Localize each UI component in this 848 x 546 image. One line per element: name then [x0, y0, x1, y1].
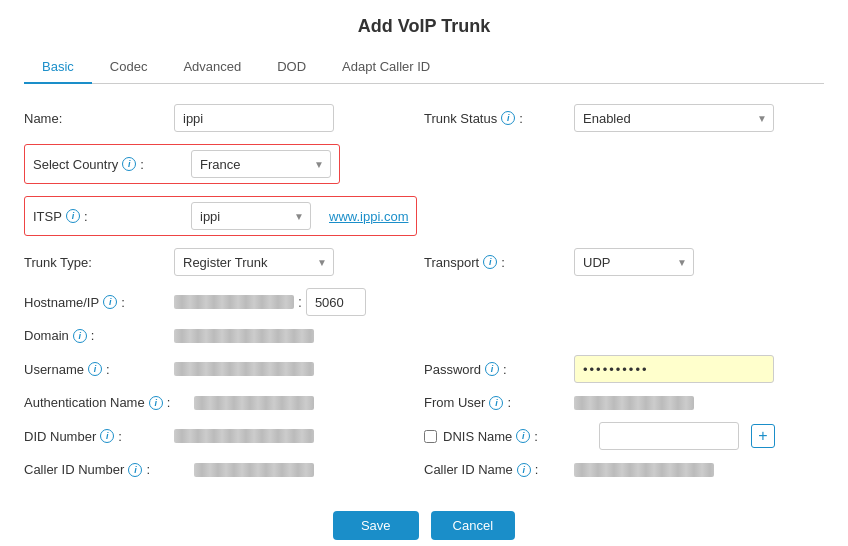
did-number-input-blurred[interactable] [174, 429, 314, 443]
select-country-info-icon: i [122, 157, 136, 171]
form-section: Name: Trunk Status i: Enabled Disabled ▼ [24, 100, 824, 493]
trunk-status-info-icon: i [501, 111, 515, 125]
row-name-trunk-status: Name: Trunk Status i: Enabled Disabled ▼ [24, 104, 824, 132]
port-separator: : [298, 294, 302, 310]
port-input[interactable] [306, 288, 366, 316]
from-user-info-icon: i [489, 396, 503, 410]
cancel-button[interactable]: Cancel [431, 511, 515, 540]
dnis-checkbox-wrap [424, 430, 437, 443]
row-select-country: Select Country i: France United States U… [24, 144, 824, 184]
caller-id-number-label: Caller ID Number i: [24, 462, 194, 477]
caller-id-number-blurred[interactable] [194, 463, 314, 477]
domain-info-icon: i [73, 329, 87, 343]
username-info-icon: i [88, 362, 102, 376]
dnis-checkbox[interactable] [424, 430, 437, 443]
tab-dod[interactable]: DOD [259, 51, 324, 84]
itsp-select-wrapper: ippi ▼ [191, 202, 311, 230]
caller-id-name-blurred[interactable] [574, 463, 714, 477]
itsp-label: ITSP i: [33, 209, 183, 224]
select-country-select[interactable]: France United States United Kingdom [191, 150, 331, 178]
did-number-label: DID Number i: [24, 429, 174, 444]
row-auth-from-user: Authentication Name i: From User i: [24, 395, 824, 410]
dnis-name-label: DNIS Name i: [443, 429, 593, 444]
caller-id-name-info-icon: i [517, 463, 531, 477]
itsp-info-icon: i [66, 209, 80, 223]
hostname-info-icon: i [103, 295, 117, 309]
trunk-type-label: Trunk Type: [24, 255, 174, 270]
name-input[interactable] [174, 104, 334, 132]
name-label: Name: [24, 111, 174, 126]
dnis-name-info-icon: i [516, 429, 530, 443]
trunk-status-select[interactable]: Enabled Disabled [574, 104, 774, 132]
auth-name-info-icon: i [149, 396, 163, 410]
did-number-info-icon: i [100, 429, 114, 443]
from-user-input-blurred[interactable] [574, 396, 694, 410]
dnis-name-input[interactable] [599, 422, 739, 450]
tab-advanced[interactable]: Advanced [165, 51, 259, 84]
itsp-select[interactable]: ippi [191, 202, 311, 230]
trunk-status-select-wrapper: Enabled Disabled ▼ [574, 104, 774, 132]
auth-name-label: Authentication Name i: [24, 395, 194, 410]
hostname-input-blurred[interactable] [174, 295, 294, 309]
from-user-label: From User i: [424, 395, 574, 410]
transport-select[interactable]: UDP TCP TLS [574, 248, 694, 276]
domain-input-blurred[interactable] [174, 329, 314, 343]
username-input-blurred[interactable] [174, 362, 314, 376]
trunk-type-wrapper: Register Trunk Peer Trunk Account Trunk … [174, 248, 334, 276]
row-itsp: ITSP i: ippi ▼ www.ippi.com [24, 196, 824, 236]
tab-adapt-caller-id[interactable]: Adapt Caller ID [324, 51, 448, 84]
tab-bar: Basic Codec Advanced DOD Adapt Caller ID [24, 51, 824, 84]
password-info-icon: i [485, 362, 499, 376]
itsp-link[interactable]: www.ippi.com [329, 209, 408, 224]
caller-id-name-label: Caller ID Name i: [424, 462, 574, 477]
auth-name-input-blurred[interactable] [194, 396, 314, 410]
add-dnis-button[interactable]: + [751, 424, 775, 448]
save-button[interactable]: Save [333, 511, 419, 540]
password-input[interactable] [574, 355, 774, 383]
select-country-label: Select Country i: [33, 157, 183, 172]
tab-basic[interactable]: Basic [24, 51, 92, 84]
username-label: Username i: [24, 362, 174, 377]
domain-label: Domain i: [24, 328, 174, 343]
row-caller-id: Caller ID Number i: Caller ID Name i: [24, 462, 824, 477]
row-did-dnis: DID Number i: DNIS Name i: + [24, 422, 824, 450]
row-hostname: Hostname/IP i: : [24, 288, 824, 316]
tab-codec[interactable]: Codec [92, 51, 166, 84]
itsp-box: ITSP i: ippi ▼ www.ippi.com [24, 196, 417, 236]
transport-label: Transport i: [424, 255, 574, 270]
row-domain: Domain i: [24, 328, 824, 343]
row-username-password: Username i: Password i: [24, 355, 824, 383]
trunk-status-label: Trunk Status i: [424, 111, 574, 126]
select-country-wrapper: France United States United Kingdom ▼ [191, 150, 331, 178]
password-label: Password i: [424, 362, 574, 377]
select-country-box: Select Country i: France United States U… [24, 144, 340, 184]
row-trunk-type-transport: Trunk Type: Register Trunk Peer Trunk Ac… [24, 248, 824, 276]
transport-info-icon: i [483, 255, 497, 269]
page-title: Add VoIP Trunk [24, 16, 824, 37]
caller-id-number-info-icon: i [128, 463, 142, 477]
action-row: Save Cancel [24, 511, 824, 540]
trunk-type-select[interactable]: Register Trunk Peer Trunk Account Trunk [174, 248, 334, 276]
transport-select-wrapper: UDP TCP TLS ▼ [574, 248, 694, 276]
hostname-label: Hostname/IP i: [24, 295, 174, 310]
